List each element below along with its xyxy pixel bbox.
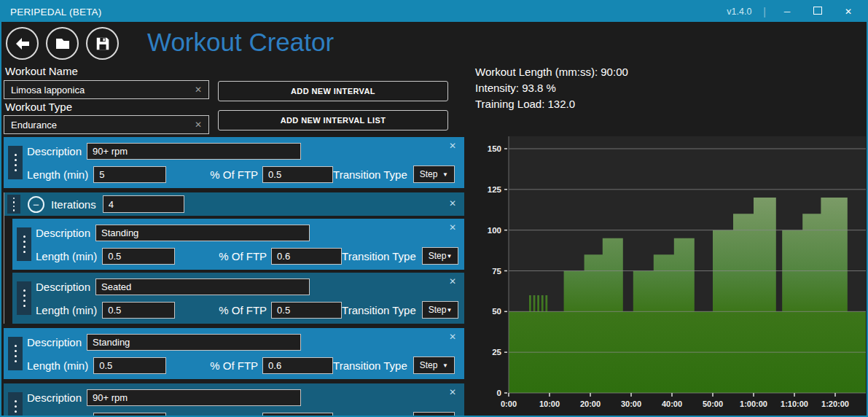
description-input[interactable] [95,278,310,295]
transition-type-label: Transition Type [333,168,407,181]
length-input[interactable] [93,166,166,183]
description-input[interactable] [87,334,301,351]
length-label: Length (min) [36,304,97,316]
length-label: Length (min) [27,415,88,417]
description-input[interactable] [87,389,301,406]
page-title: Workout Creator [147,28,334,57]
interval-list: ✕ Description Length (min) % Of FTP Tran… [4,137,464,417]
transition-type-select[interactable]: Step ▼ [422,247,459,265]
description-label: Description [27,391,82,404]
transition-type-label: Transition Type [342,304,416,316]
ftp-label: % Of FTP [219,250,267,262]
remove-interval-icon[interactable]: ✕ [449,222,456,233]
remove-interval-icon[interactable]: ✕ [449,141,456,151]
length-label: Length (min) [27,359,88,372]
ftp-input[interactable] [262,413,333,417]
transition-type-select[interactable]: Step ▼ [422,301,459,319]
chevron-down-icon: ▼ [442,171,448,178]
drag-handle-icon[interactable] [17,227,31,261]
description-label: Description [36,281,90,293]
workout-type-value: Endurance [11,120,57,130]
back-button[interactable] [6,27,39,60]
drag-handle-icon[interactable] [8,146,23,179]
interval-card: ✕ Description Length (min) % Of FTP Tran… [4,383,464,417]
drag-handle-icon[interactable] [17,281,31,315]
ftp-input[interactable] [262,166,333,183]
interval-card: ✕ Description Length (min) % Of FTP Tran… [4,137,464,188]
remove-interval-icon[interactable]: ✕ [449,276,456,287]
titlebar: PERIPEDAL (BETA) v1.4.0 | ─ ✕ [1,1,867,22]
ftp-input[interactable] [262,357,333,374]
maximize-icon [813,7,822,15]
svg-text:1:00:00: 1:00:00 [740,400,767,408]
length-input[interactable] [102,248,175,265]
workout-name-input[interactable]: Limosa lapponica ✕ [4,80,209,99]
workout-name-value: Limosa lapponica [11,85,85,96]
svg-text:150: 150 [488,144,501,153]
ftp-label: % Of FTP [210,359,258,372]
clear-type-icon[interactable]: ✕ [195,120,202,130]
save-icon [95,36,111,52]
description-label: Description [36,227,90,239]
training-load-stat: Training Load: 132.0 [475,96,628,112]
svg-text:50:00: 50:00 [703,400,723,408]
workout-chart: 02550751001251500:0010:0020:0030:0040:00… [475,136,868,417]
transition-type-label: Transition Type [333,359,407,372]
svg-text:10:00: 10:00 [539,400,560,408]
interval-group: − Iterations ✕ ✕ Description Length (min… [4,192,464,324]
remove-interval-icon[interactable]: ✕ [449,332,456,342]
svg-text:0: 0 [497,389,501,397]
chevron-down-icon: ▼ [446,307,452,313]
iterations-input[interactable] [103,195,184,213]
svg-text:25: 25 [492,348,501,356]
back-icon [14,35,31,52]
interval-card: ✕ Description Length (min) % Of FTP Tran… [12,273,464,324]
minimize-button[interactable]: ─ [778,7,797,17]
titlebar-separator: | [763,6,766,17]
save-workout-button[interactable] [86,27,119,60]
workout-stats: Workout Length (mm:ss): 90:00 Intensity:… [475,64,628,112]
length-label: Length (min) [27,168,88,181]
collapse-group-button[interactable]: − [28,196,44,213]
transition-type-label: Transition Type [342,250,416,262]
description-input[interactable] [95,225,310,241]
description-label: Description [27,145,82,157]
description-input[interactable] [87,143,301,160]
close-button[interactable]: ✕ [839,7,858,17]
ftp-input[interactable] [271,248,342,265]
ftp-input[interactable] [271,302,342,319]
svg-text:40:00: 40:00 [662,400,682,408]
svg-text:30:00: 30:00 [621,400,641,408]
interval-card: ✕ Description Length (min) % Of FTP Tran… [4,328,464,379]
remove-group-icon[interactable]: ✕ [449,198,456,208]
app-title: PERIPEDAL (BETA) [10,7,101,17]
drag-handle-icon[interactable] [7,195,20,214]
intensity-stat: Intensity: 93.8 % [475,80,628,96]
drag-handle-icon[interactable] [8,337,23,370]
group-children: ✕ Description Length (min) % Of FTP Tran… [4,216,464,324]
transition-type-select[interactable]: Step ▼ [413,165,455,183]
transition-type-value: Step [420,169,438,179]
length-input[interactable] [93,357,166,374]
workout-type-input[interactable]: Endurance ✕ [4,115,209,134]
transition-type-select[interactable]: Step ▼ [413,412,455,417]
ftp-label: % Of FTP [210,168,258,181]
drag-handle-icon[interactable] [8,392,23,417]
chevron-down-icon: ▼ [446,253,452,260]
description-label: Description [27,336,82,348]
maximize-button[interactable] [808,7,827,17]
svg-text:1:20:00: 1:20:00 [821,400,849,408]
open-workout-button[interactable] [46,27,79,60]
length-input[interactable] [102,302,175,319]
length-input[interactable] [93,413,166,417]
add-new-interval-list-button[interactable]: ADD NEW INTERVAL LIST [218,110,448,130]
svg-text:75: 75 [492,267,501,276]
transition-type-select[interactable]: Step ▼ [413,356,455,374]
svg-text:125: 125 [488,185,502,194]
add-new-interval-button[interactable]: ADD NEW INTERVAL [218,81,448,101]
remove-interval-icon[interactable]: ✕ [449,387,456,397]
ftp-label: % Of FTP [219,304,267,316]
clear-name-icon[interactable]: ✕ [195,85,202,95]
svg-text:1:10:00: 1:10:00 [781,400,808,408]
app-window: PERIPEDAL (BETA) v1.4.0 | ─ ✕ Workout Cr… [0,0,868,417]
